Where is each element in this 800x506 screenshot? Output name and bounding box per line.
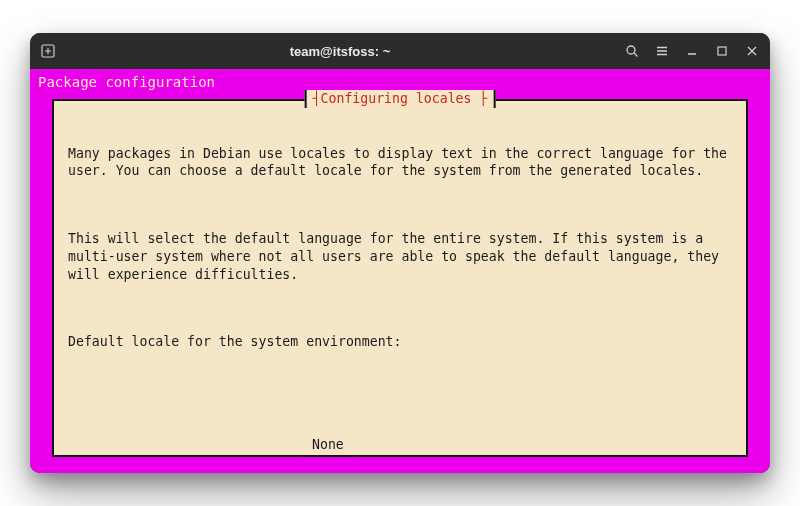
svg-point-3: [627, 46, 635, 54]
configuring-locales-dialog: ┤Configuring locales ├ Many packages in …: [52, 99, 748, 457]
svg-line-4: [634, 53, 638, 57]
terminal-window: team@itsfoss: ~: [30, 33, 770, 473]
locale-options-list[interactable]: None C.UTF-8 en_US.UTF-8 es_MX.UTF-8: [312, 418, 732, 473]
titlebar: team@itsfoss: ~: [30, 33, 770, 69]
close-button[interactable]: [744, 43, 760, 59]
dialog-prompt: Default locale for the system environmen…: [68, 333, 732, 351]
maximize-button[interactable]: [714, 43, 730, 59]
terminal-content: Package configuration ┤Configuring local…: [30, 69, 770, 473]
package-configuration-header: Package configuration: [30, 69, 770, 92]
new-tab-icon[interactable]: [40, 43, 56, 59]
dialog-title-text: Configuring locales: [321, 91, 472, 106]
search-icon[interactable]: [624, 43, 640, 59]
dialog-paragraph-2: This will select the default language fo…: [68, 230, 732, 283]
svg-rect-9: [718, 47, 726, 55]
locale-option-c-utf8[interactable]: C.UTF-8: [312, 472, 732, 473]
dialog-paragraph-1: Many packages in Debian use locales to d…: [68, 145, 732, 181]
minimize-button[interactable]: [684, 43, 700, 59]
hamburger-menu-icon[interactable]: [654, 43, 670, 59]
dialog-title: ┤Configuring locales ├: [305, 90, 496, 108]
window-title: team@itsfoss: ~: [56, 44, 624, 59]
locale-option-none[interactable]: None: [312, 436, 732, 454]
